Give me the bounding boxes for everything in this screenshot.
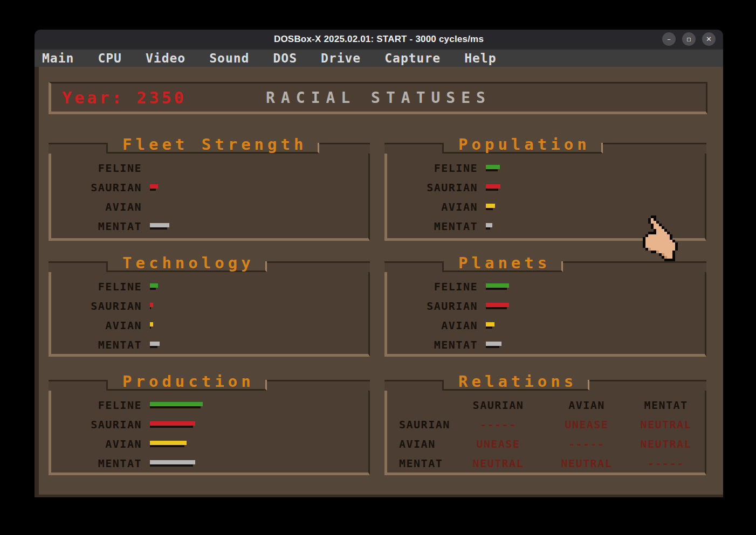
status-bar xyxy=(486,184,705,191)
relations-row-label: AVIAN xyxy=(387,437,451,450)
race-bar-row: MENTAT xyxy=(51,454,368,473)
race-label: AVIAN xyxy=(51,200,142,213)
bar-shadow xyxy=(150,445,184,447)
bar-fill xyxy=(150,223,169,227)
bar-shadow xyxy=(150,189,156,191)
race-label: MENTAT xyxy=(51,457,142,470)
panel-title: Technology xyxy=(122,256,255,270)
panel-header: Fleet Strength xyxy=(49,143,370,154)
relations-value: NEUTRAL xyxy=(628,418,704,431)
menu-item-dos[interactable]: DOS xyxy=(273,51,297,65)
panel-planets: Planets FELINE SAURIAN AVIAN MENTAT xyxy=(384,261,706,357)
minimize-icon: – xyxy=(667,35,671,43)
race-bar-row: SAURIAN xyxy=(51,178,368,197)
bar-fill xyxy=(150,283,158,288)
bar-fill xyxy=(486,165,500,169)
status-bar xyxy=(150,223,368,230)
race-label: SAURIAN xyxy=(51,418,142,431)
race-bar-row: SAURIAN xyxy=(51,415,368,434)
panel-body: FELINE SAURIAN AVIAN MENTAT xyxy=(49,272,370,357)
relations-value: ----- xyxy=(546,437,628,450)
race-bar-row: AVIAN xyxy=(51,316,368,335)
close-icon: ✕ xyxy=(706,35,712,43)
maximize-icon: ▫ xyxy=(686,35,691,43)
bar-fill xyxy=(486,303,509,307)
menu-item-drive[interactable]: Drive xyxy=(321,51,361,65)
relations-value: UNEASE xyxy=(451,437,546,450)
status-header-panel: Year: 2350 RACIAL STATUSES xyxy=(49,82,707,114)
window-controls: –▫✕ xyxy=(662,32,716,46)
race-bar-row: AVIAN xyxy=(387,197,705,217)
panel-title: Relations xyxy=(458,374,577,388)
race-bar-row: FELINE xyxy=(51,277,368,296)
status-bar xyxy=(486,283,705,290)
panel-header: Planets xyxy=(384,261,706,272)
bar-shadow xyxy=(150,227,167,230)
game-content: Year: 2350 RACIAL STATUSES Fleet Strengt… xyxy=(35,67,723,495)
game-screen[interactable]: Year: 2350 RACIAL STATUSES Fleet Strengt… xyxy=(35,67,723,497)
bar-fill xyxy=(150,303,153,307)
relations-value: ----- xyxy=(628,457,704,470)
status-bar xyxy=(150,283,368,290)
race-label: FELINE xyxy=(387,162,478,175)
relations-row: MENTATNEUTRALNEUTRAL----- xyxy=(387,454,705,473)
bar-fill xyxy=(150,421,195,426)
bar-fill xyxy=(486,342,501,346)
panel-relations: Relations SAURIANAVIANMENTATSAURIAN-----… xyxy=(384,380,706,475)
bar-fill xyxy=(486,223,492,227)
desktop-background: DOSBox-X 2025.02.01: START - 3000 cycles… xyxy=(0,0,756,535)
status-bar xyxy=(486,342,705,348)
status-bar xyxy=(486,303,705,309)
menu-item-sound[interactable]: Sound xyxy=(209,51,249,65)
menu-item-help[interactable]: Help xyxy=(464,51,496,65)
bar-shadow xyxy=(150,288,156,290)
window-title: DOSBox-X 2025.02.01: START - 3000 cycles… xyxy=(274,34,484,45)
relations-col-header: AVIAN xyxy=(546,399,628,412)
race-label: SAURIAN xyxy=(387,181,478,194)
bar-fill xyxy=(150,441,187,445)
panel-body: FELINE SAURIAN AVIAN MENTAT xyxy=(49,391,370,475)
status-bar xyxy=(486,165,705,171)
relations-row-label: MENTAT xyxy=(387,457,451,470)
bar-shadow xyxy=(150,346,157,348)
panel-header: Population xyxy=(384,143,706,154)
status-bar xyxy=(150,165,368,171)
race-label: AVIAN xyxy=(51,319,142,332)
bar-fill xyxy=(150,322,153,326)
bar-shadow xyxy=(150,426,193,428)
bar-shadow xyxy=(486,346,499,348)
status-bar xyxy=(150,204,368,210)
panel-fleet-strength: Fleet Strength FELINE SAURIAN AVIAN MENT… xyxy=(49,143,370,241)
close-button[interactable]: ✕ xyxy=(702,32,716,46)
minimize-button[interactable]: – xyxy=(662,32,676,46)
status-bar xyxy=(150,342,368,348)
bar-fill xyxy=(150,460,195,464)
status-bar xyxy=(150,421,368,428)
status-bar xyxy=(150,402,368,408)
relations-row-label: SAURIAN xyxy=(387,418,451,431)
bar-shadow xyxy=(486,189,498,191)
race-label: AVIAN xyxy=(387,319,478,332)
relations-value: NEUTRAL xyxy=(628,437,704,450)
race-bar-row: SAURIAN xyxy=(387,178,705,197)
race-label: SAURIAN xyxy=(51,181,142,194)
relations-row: SAURIAN-----UNEASENEUTRAL xyxy=(387,415,705,434)
relations-value: NEUTRAL xyxy=(546,457,628,470)
bar-shadow xyxy=(150,464,193,467)
menu-item-cpu[interactable]: CPU xyxy=(98,51,122,65)
panel-body: FELINE SAURIAN AVIAN MENTAT xyxy=(384,272,706,357)
bar-fill xyxy=(150,184,158,189)
race-bar-row: AVIAN xyxy=(51,197,368,217)
maximize-button[interactable]: ▫ xyxy=(682,32,696,46)
bar-fill xyxy=(150,342,160,346)
panel-technology: Technology FELINE SAURIAN AVIAN MENTAT xyxy=(49,261,370,357)
menu-item-video[interactable]: Video xyxy=(146,51,185,65)
bar-fill xyxy=(486,283,509,288)
relations-value: ----- xyxy=(451,418,546,431)
race-label: MENTAT xyxy=(387,220,478,233)
race-bar-row: SAURIAN xyxy=(51,296,368,316)
menu-item-capture[interactable]: Capture xyxy=(384,51,441,65)
relations-value: UNEASE xyxy=(546,418,628,431)
window-titlebar[interactable]: DOSBox-X 2025.02.01: START - 3000 cycles… xyxy=(35,30,723,48)
menu-item-main[interactable]: Main xyxy=(42,51,74,65)
